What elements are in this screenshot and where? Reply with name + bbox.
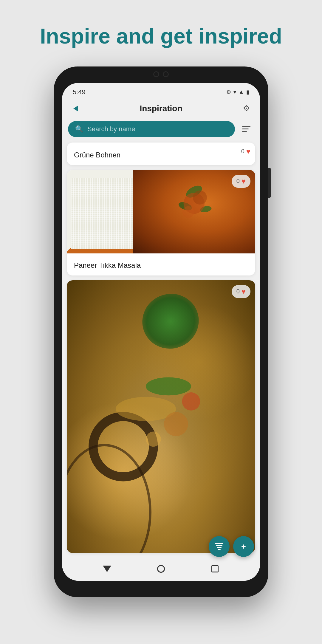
like-button[interactable]: 0 ♥	[232, 175, 250, 188]
svg-point-10	[146, 432, 161, 447]
recipe-card[interactable]: 0 ♥ Grüne Bohnen	[67, 143, 255, 165]
sort-fab-button[interactable]	[209, 536, 230, 557]
like-count: 0	[236, 288, 240, 295]
bottom-navigation	[62, 558, 260, 581]
recipe-title: Grüne Bohnen	[74, 151, 248, 159]
recipe-info: Paneer Tikka Masala	[67, 253, 255, 275]
svg-point-9	[182, 392, 200, 411]
sort-line-2	[216, 545, 222, 546]
filter-line-2	[242, 129, 249, 129]
search-icon: 🔍	[75, 125, 83, 133]
filter-line-1	[242, 126, 250, 127]
like-button[interactable]: 0 ♥	[241, 147, 250, 156]
search-area: 🔍 Search by name	[62, 118, 260, 140]
sort-line-1	[215, 543, 223, 544]
camera-dot-1	[153, 71, 159, 77]
signal-icon: ▲	[239, 89, 244, 95]
back-nav-button[interactable]	[101, 563, 113, 575]
recipe-title: Paneer Tikka Masala	[74, 261, 248, 270]
rice-texture	[71, 178, 142, 249]
status-time: 5:49	[73, 88, 86, 96]
recipe-food-image	[67, 280, 255, 553]
svg-point-5	[182, 206, 194, 218]
settings-status-icon: ⚙	[226, 89, 231, 95]
settings-button[interactable]: ⚙	[240, 102, 253, 115]
svg-point-4	[193, 191, 207, 205]
like-count: 0	[236, 178, 240, 185]
fried-rice-details	[86, 307, 236, 526]
home-nav-button[interactable]	[155, 563, 167, 575]
heart-icon: ♥	[242, 287, 246, 296]
recipe-image-container: 0 ♥	[67, 170, 255, 253]
recipe-card[interactable]: 0 ♥ Paneer Tikka Masala	[67, 170, 255, 275]
add-recipe-fab-button[interactable]: +	[233, 536, 254, 557]
camera-dot-2	[163, 71, 169, 77]
svg-point-11	[146, 377, 191, 396]
sort-line-4	[218, 549, 221, 550]
back-nav-icon	[103, 566, 111, 572]
phone-mockup: 5:49 ⚙ ▾ ▲ ▮ Inspiration ⚙	[54, 66, 268, 597]
recents-nav-button[interactable]	[209, 563, 221, 575]
svg-point-6	[93, 417, 153, 477]
search-bar[interactable]: 🔍 Search by name	[68, 121, 235, 137]
filter-icon	[242, 126, 250, 132]
phone-screen: 5:49 ⚙ ▾ ▲ ▮ Inspiration ⚙	[62, 83, 260, 581]
like-button[interactable]: 0 ♥	[232, 285, 250, 298]
sort-icon	[215, 543, 223, 550]
battery-icon: ▮	[246, 89, 249, 95]
gear-icon: ⚙	[243, 104, 250, 113]
recipe-image-container: 0 ♥	[67, 280, 255, 553]
recipe-list: 0 ♥ Grüne Bohnen	[62, 140, 260, 558]
status-bar: 5:49 ⚙ ▾ ▲ ▮	[62, 83, 260, 99]
fab-area: +	[209, 536, 254, 557]
heart-icon: ♥	[246, 147, 250, 156]
hero-title: Inspire and get inspired	[16, 24, 306, 49]
sort-line-3	[217, 547, 222, 548]
recents-nav-icon	[211, 565, 219, 572]
recipe-food-image	[67, 170, 255, 253]
herb-decoration	[142, 174, 246, 233]
camera-area	[153, 71, 169, 77]
app-bar: Inspiration ⚙	[62, 99, 260, 118]
recipe-card[interactable]: 0 ♥	[67, 280, 255, 553]
app-bar-title: Inspiration	[140, 104, 182, 113]
back-button[interactable]	[69, 102, 82, 115]
back-arrow-icon	[73, 106, 78, 112]
status-icons: ⚙ ▾ ▲ ▮	[226, 89, 249, 95]
like-count: 0	[241, 148, 244, 155]
svg-point-8	[164, 412, 188, 436]
wifi-icon: ▾	[233, 89, 236, 95]
search-input[interactable]: Search by name	[87, 125, 135, 133]
plus-icon: +	[241, 542, 246, 551]
home-nav-icon	[157, 565, 165, 573]
filter-line-3	[242, 131, 247, 132]
heart-icon: ♥	[242, 177, 246, 185]
screen-content: 5:49 ⚙ ▾ ▲ ▮ Inspiration ⚙	[62, 83, 260, 581]
filter-button[interactable]	[239, 121, 254, 137]
